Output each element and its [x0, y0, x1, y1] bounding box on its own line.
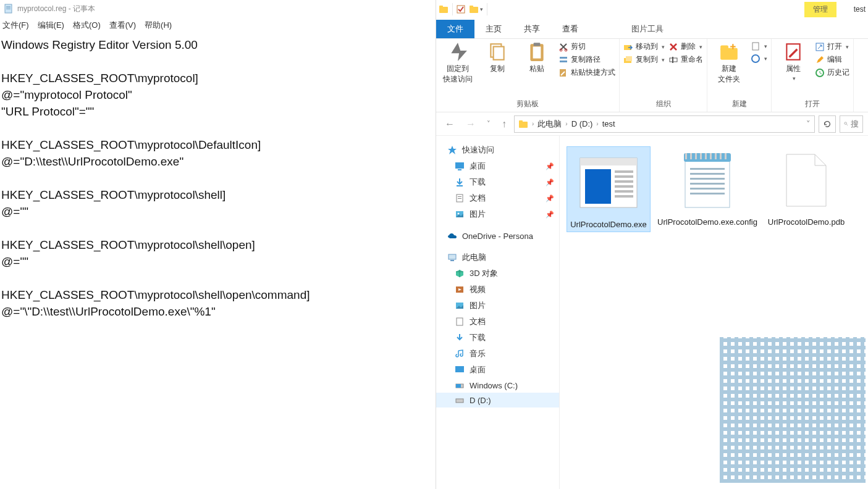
paste-button[interactable]: 粘贴	[519, 41, 555, 74]
pin-icon: 📌	[546, 162, 554, 170]
cut-button[interactable]: 剪切	[558, 41, 615, 52]
nav-pictures2[interactable]: 图片	[436, 298, 559, 314]
explorer-body: 快速访问 桌面📌 下载📌 文档📌 图片📌 OneDrive - Persona …	[436, 136, 868, 489]
svg-rect-12	[533, 47, 541, 59]
svg-rect-1	[6, 6, 11, 7]
refresh-button[interactable]	[819, 115, 836, 133]
svg-rect-42	[449, 254, 456, 259]
desktop-icon	[455, 365, 465, 375]
nav-cdrive[interactable]: Windows (C:)	[436, 378, 559, 393]
svg-rect-59	[615, 195, 633, 198]
tab-home[interactable]: 主页	[474, 20, 513, 38]
file-name-label: UrlProcotolDemo.exe	[570, 220, 647, 229]
nav-3dobjects[interactable]: 3D 对象	[436, 265, 559, 282]
chevron-down-icon: ▾	[662, 57, 665, 63]
forward-button[interactable]: →	[462, 119, 479, 130]
search-box[interactable]: 搜	[840, 115, 863, 133]
manage-context-tab[interactable]: 管理	[804, 2, 836, 17]
svg-rect-71	[690, 168, 725, 170]
file-name-label: UrlProcotolDemo.pdb	[768, 217, 845, 227]
breadcrumb-drive[interactable]: D (D:)	[571, 119, 593, 128]
pin-icon: 📌	[546, 178, 554, 186]
breadcrumb-folder[interactable]: test	[602, 119, 615, 128]
new-item-button[interactable]: ▾	[751, 41, 767, 51]
svg-rect-65	[700, 153, 702, 159]
new-folder-button[interactable]: 新建 文件夹	[711, 41, 747, 85]
breadcrumb-separator[interactable]: ›	[532, 120, 534, 127]
ribbon-tabs: 文件 主页 共享 查看 图片工具	[436, 19, 868, 38]
rename-button[interactable]: 重命名	[668, 54, 703, 65]
document-icon	[455, 317, 465, 327]
nav-thispc[interactable]: 此电脑	[436, 249, 559, 265]
group-label-open: 打开	[805, 98, 820, 111]
open-button[interactable]: 打开▾	[815, 41, 849, 52]
menu-view[interactable]: 查看(V)	[109, 20, 136, 31]
separator	[487, 3, 487, 15]
folder-quick-icon[interactable]	[469, 4, 479, 14]
document-icon	[455, 193, 465, 203]
svg-rect-56	[615, 180, 633, 183]
tab-share[interactable]: 共享	[513, 20, 551, 38]
nav-downloads[interactable]: 下载📌	[436, 174, 559, 190]
breadcrumb-thispc[interactable]: 此电脑	[537, 119, 562, 130]
nav-quick-access[interactable]: 快速访问	[436, 142, 559, 158]
svg-rect-2	[6, 7, 11, 8]
history-button[interactable]: 历史记	[815, 67, 849, 78]
svg-rect-50	[456, 399, 463, 403]
svg-rect-66	[705, 153, 707, 159]
notepad-text-area[interactable]: Windows Registry Editor Version 5.00 HKE…	[0, 33, 436, 489]
nav-documents2[interactable]: 文档	[436, 314, 559, 330]
tab-picture-tools[interactable]: 图片工具	[620, 20, 675, 38]
nav-onedrive[interactable]: OneDrive - Persona	[436, 228, 559, 243]
copy-button[interactable]: 复制	[479, 41, 515, 74]
folder-icon	[518, 119, 528, 129]
file-item-config[interactable]: UrlProcotolDemo.exe.config	[666, 147, 749, 227]
pc-icon	[447, 253, 457, 262]
svg-rect-21	[626, 56, 632, 61]
svg-rect-58	[615, 190, 633, 193]
group-label-organize: 组织	[656, 98, 671, 111]
svg-rect-68	[715, 153, 717, 159]
nav-videos[interactable]: 视频	[436, 282, 559, 298]
address-dropdown-icon[interactable]: ˅	[806, 119, 811, 128]
chevron-down-icon[interactable]: ▾	[480, 6, 483, 12]
delete-button[interactable]: 删除▾	[668, 41, 703, 52]
nav-ddrive[interactable]: D (D:)	[436, 393, 559, 408]
file-item-exe[interactable]: UrlProcotolDemo.exe	[567, 147, 650, 232]
tab-file[interactable]: 文件	[436, 20, 474, 38]
menu-edit[interactable]: 编辑(E)	[38, 20, 64, 31]
breadcrumb-separator[interactable]: ›	[565, 120, 567, 127]
nav-desktop2[interactable]: 桌面	[436, 362, 559, 378]
onedrive-icon	[447, 231, 457, 241]
nav-music[interactable]: 音乐	[436, 346, 559, 362]
recent-dropdown[interactable]: ˅	[483, 120, 494, 128]
file-item-pdb[interactable]: UrlProcotolDemo.pdb	[765, 147, 848, 227]
copy-path-button[interactable]: 复制路径	[558, 54, 615, 65]
move-to-button[interactable]: 移动到▾	[623, 41, 665, 52]
nav-desktop[interactable]: 桌面📌	[436, 158, 559, 174]
paste-shortcut-button[interactable]: 粘贴快捷方式	[558, 67, 615, 78]
back-button[interactable]: ←	[441, 119, 458, 130]
pin-icon: 📌	[546, 211, 554, 219]
chevron-down-icon: ▾	[764, 43, 767, 49]
menu-format[interactable]: 格式(O)	[73, 20, 101, 31]
nav-documents[interactable]: 文档📌	[436, 190, 559, 206]
file-list-pane[interactable]: UrlProcotolDemo.exe UrlProcotolDemo.exe.…	[560, 136, 868, 489]
nav-pictures[interactable]: 图片📌	[436, 206, 559, 222]
tab-view[interactable]: 查看	[551, 20, 589, 38]
nav-downloads2[interactable]: 下载	[436, 330, 559, 346]
svg-rect-13	[534, 43, 541, 46]
address-bar[interactable]: › 此电脑 › D (D:) › test ˅	[514, 115, 815, 133]
pin-to-quick-access-button[interactable]: 固定到 快速访问	[440, 41, 476, 85]
edit-button[interactable]: 编辑	[815, 54, 849, 65]
easy-access-button[interactable]: ▾	[751, 54, 767, 64]
properties-button[interactable]: 属性 ▾	[775, 41, 811, 82]
up-button[interactable]: ↑	[498, 119, 510, 130]
menu-file[interactable]: 文件(F)	[2, 20, 29, 31]
breadcrumb-separator[interactable]: ›	[596, 120, 598, 127]
menu-help[interactable]: 帮助(H)	[145, 20, 172, 31]
svg-rect-76	[690, 193, 725, 194]
check-icon[interactable]	[457, 5, 465, 14]
copy-to-button[interactable]: 复制到▾	[623, 54, 665, 65]
svg-rect-32	[519, 120, 523, 123]
